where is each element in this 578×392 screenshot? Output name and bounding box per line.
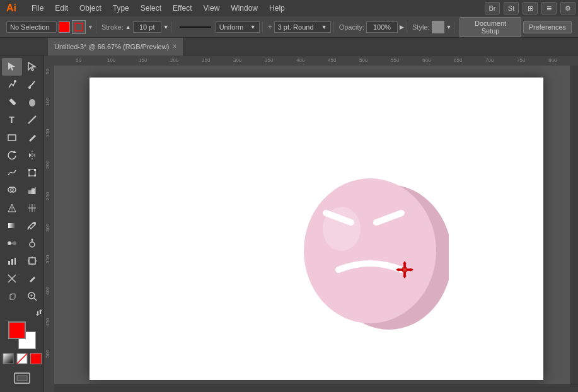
brush-tool[interactable] (22, 76, 42, 93)
preferences-button[interactable]: Preferences (523, 21, 572, 33)
workspace-btn[interactable]: ⊞ (523, 2, 538, 14)
menu-select[interactable]: Select (136, 3, 166, 14)
svg-rect-15 (34, 169, 36, 171)
menu-help[interactable]: Help (264, 3, 290, 14)
emoji-illustration[interactable] (279, 153, 449, 331)
svg-line-49 (34, 298, 37, 301)
screen-mode-btn[interactable] (13, 371, 31, 387)
style-label: Style: (412, 23, 430, 31)
hand-tool[interactable] (2, 287, 22, 305)
stroke-up-icon[interactable]: ▲ (125, 24, 131, 30)
chevron-down-icon[interactable]: ▼ (88, 24, 93, 30)
color-boxes (8, 321, 36, 349)
menu-object[interactable]: Object (74, 3, 107, 14)
tool-row-12 (2, 252, 42, 270)
toolbar-selection-group: No Selection ▼ (4, 20, 96, 34)
selection-indicator[interactable]: No Selection (6, 21, 57, 33)
svg-marker-11 (29, 153, 32, 158)
opacity-arrow-icon[interactable]: ▶ (400, 24, 404, 30)
slice-tool[interactable] (2, 270, 22, 287)
horizontal-scrollbar[interactable] (54, 384, 578, 392)
shape-builder-tool[interactable] (2, 182, 22, 199)
svg-point-37 (31, 239, 33, 241)
svg-text:150: 150 (139, 57, 147, 63)
size-dropdown[interactable]: 3 pt. Round ▼ (274, 21, 331, 33)
type-tool[interactable]: T (2, 111, 22, 129)
menu-bar: Ai File Edit Object Type Select Effect V… (0, 0, 578, 16)
svg-point-87 (304, 178, 436, 323)
column-graph-tool[interactable] (2, 252, 22, 270)
arrange-btn[interactable]: ≡ (541, 2, 557, 14)
svg-point-5 (29, 99, 35, 107)
menu-window[interactable]: Window (226, 3, 263, 14)
gradient-tool[interactable] (2, 217, 22, 234)
vertical-scrollbar[interactable] (570, 66, 578, 384)
doc-setup-button[interactable]: Document Setup (460, 17, 521, 37)
menu-file[interactable]: File (26, 3, 49, 14)
mesh-tool[interactable] (22, 199, 42, 217)
tool-row-13 (2, 270, 42, 287)
no-color-icon[interactable] (16, 353, 28, 364)
live-paint-tool[interactable] (22, 182, 42, 199)
svg-rect-52 (3, 354, 13, 364)
zoom-tool[interactable] (22, 287, 42, 305)
stroke-icon-box[interactable] (72, 20, 86, 34)
style-box[interactable] (432, 21, 444, 33)
canvas-area[interactable]: 0 50 100 150 200 250 300 350 400 450 500… (44, 55, 578, 392)
size-arrow-icon: ▼ (321, 24, 327, 30)
svg-marker-1 (28, 62, 35, 71)
blob-brush-tool[interactable] (22, 93, 42, 111)
tool-row-5 (2, 129, 42, 146)
bridge-btn[interactable]: Br (485, 2, 500, 14)
svg-rect-38 (8, 261, 10, 265)
svg-rect-21 (32, 188, 35, 194)
swap-colors-icon[interactable] (35, 309, 43, 316)
svg-rect-7 (8, 135, 16, 141)
uniform-dropdown[interactable]: Uniform ▼ (216, 21, 260, 33)
svg-marker-12 (33, 153, 35, 158)
size-label: 3 pt. Round (278, 23, 314, 31)
color-none-icon[interactable] (3, 353, 14, 364)
perspective-grid-tool[interactable] (2, 199, 22, 217)
free-transform-tool[interactable] (22, 164, 42, 182)
line-tool[interactable] (22, 111, 42, 129)
search-btn[interactable]: ⚙ (560, 2, 575, 14)
fill-color-box[interactable] (59, 21, 70, 33)
artboard[interactable] (90, 78, 543, 380)
blend-tool[interactable] (2, 234, 22, 252)
uniform-arrow-icon: ▼ (250, 24, 256, 30)
svg-rect-17 (34, 175, 36, 176)
rectangle-tool[interactable] (2, 129, 22, 146)
tool-row-11 (2, 234, 42, 252)
menu-view[interactable]: View (199, 3, 225, 14)
color-icon[interactable] (30, 353, 42, 364)
menu-type[interactable]: Type (108, 3, 134, 14)
svg-rect-22 (35, 187, 36, 194)
tool-row-1 (2, 58, 42, 76)
warp-tool[interactable] (2, 164, 22, 182)
tab-title: Untitled-3* @ 66.67% (RGB/Preview) (54, 43, 169, 50)
eraser-tool[interactable] (22, 129, 42, 146)
menu-edit[interactable]: Edit (50, 3, 73, 14)
document-tab[interactable]: Untitled-3* @ 66.67% (RGB/Preview) × (48, 38, 183, 55)
selection-tool[interactable] (2, 58, 22, 76)
pen-tool[interactable] (2, 76, 22, 93)
artboard-tool[interactable] (22, 252, 42, 270)
stroke-value-input[interactable] (133, 21, 161, 33)
tool-row-4: T (2, 111, 42, 129)
foreground-color-box[interactable] (8, 321, 26, 339)
style-arrow-icon[interactable]: ▼ (446, 24, 452, 30)
tab-close-button[interactable]: × (173, 43, 176, 50)
stock-btn[interactable]: St (504, 2, 519, 14)
menu-effect[interactable]: Effect (168, 3, 197, 14)
pencil-tool[interactable] (2, 93, 22, 111)
toolbar-stroke-group: Stroke: ▲ ▼ (99, 21, 172, 33)
symbol-sprayer-tool[interactable] (22, 234, 42, 252)
direct-selection-tool[interactable] (22, 58, 42, 76)
opacity-input[interactable] (366, 21, 398, 33)
eyedropper-tool[interactable] (22, 217, 42, 234)
stroke-down-icon[interactable]: ▼ (163, 24, 169, 30)
reflect-tool[interactable] (22, 146, 42, 164)
rotate-tool[interactable] (2, 146, 22, 164)
eraser-tool-2[interactable] (22, 270, 42, 287)
